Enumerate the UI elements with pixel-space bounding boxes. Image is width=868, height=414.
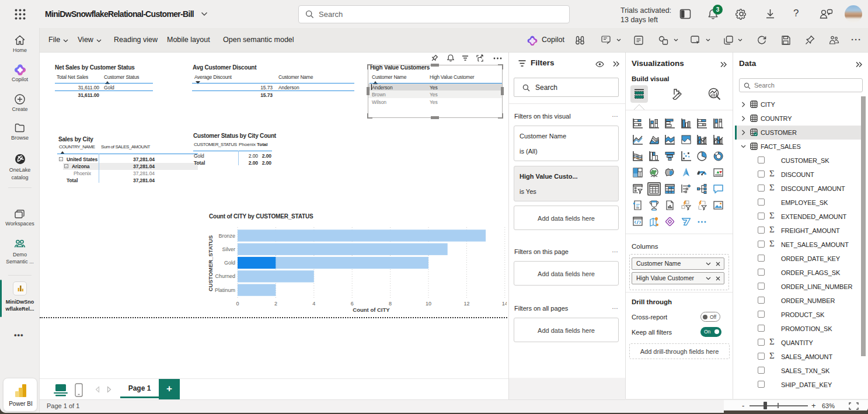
svg-text:Silver: Silver <box>222 246 235 252</box>
svg-text:0: 0 <box>236 301 239 307</box>
svg-text:12: 12 <box>463 301 469 307</box>
svg-text:Gold: Gold <box>224 260 235 266</box>
svg-text:CUSTOMER_STATUS: CUSTOMER_STATUS <box>208 235 214 291</box>
svg-text:2: 2 <box>274 301 277 307</box>
svg-text:14: 14 <box>502 301 507 307</box>
svg-text:Bronze: Bronze <box>218 233 235 239</box>
svg-text:4: 4 <box>312 301 315 307</box>
svg-text:Platinum: Platinum <box>215 287 235 293</box>
svg-text:10: 10 <box>426 301 431 307</box>
svg-text:6: 6 <box>351 301 354 307</box>
svg-text:Count of CITY: Count of CITY <box>353 307 390 312</box>
svg-text:8: 8 <box>389 301 392 307</box>
svg-text:Churned: Churned <box>215 273 235 279</box>
